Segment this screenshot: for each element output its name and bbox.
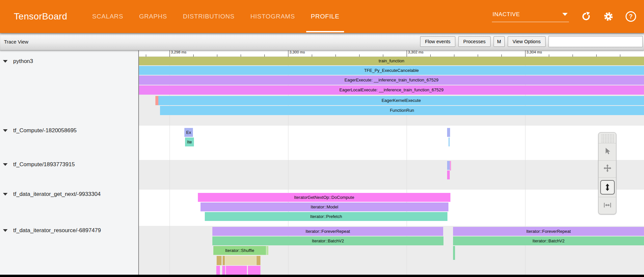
trace-event-bar-small[interactable] [155, 96, 158, 105]
view-options-button[interactable]: View Options [508, 36, 546, 47]
trace-event-bar[interactable]: TFE_Py_ExecuteCancelable [139, 66, 644, 75]
trace-event-bar-small[interactable] [447, 170, 450, 179]
trace-event-bar[interactable]: EagerExecute: __inference_train_function… [139, 76, 644, 85]
ruler-major-tick [525, 50, 525, 57]
trace-event-bar[interactable]: train_function [139, 57, 644, 65]
process-row[interactable]: tf_data_iterator_get_next/-9933304 [0, 190, 138, 198]
tab-histograms[interactable]: HISTOGRAMS [251, 0, 295, 33]
tab-distributions[interactable]: DISTRIBUTIONS [183, 0, 234, 33]
tensorboard-app: TensorBoard SCALARS GRAPHS DISTRIBUTIONS… [0, 0, 644, 277]
trace-event-bar-small[interactable] [448, 138, 450, 146]
timing-tool-button[interactable] [599, 197, 616, 214]
ruler-minor-tick [620, 54, 620, 57]
process-group-background [139, 160, 644, 190]
pan-tool-button[interactable] [599, 160, 616, 177]
trace-event-bar-small[interactable] [447, 128, 450, 137]
ruler-minor-tick [193, 54, 194, 57]
trace-event-bar-small[interactable] [453, 246, 455, 260]
trace-event-bar-small[interactable] [450, 161, 451, 170]
ruler-minor-tick [430, 54, 431, 57]
collapse-triangle-icon[interactable] [3, 163, 8, 166]
trace-event-bar-small[interactable] [266, 246, 268, 255]
ruler-major-tick [288, 50, 288, 57]
run-status-value: INACTIVE [493, 11, 520, 18]
gear-icon[interactable] [603, 11, 614, 22]
collapse-triangle-icon[interactable] [3, 60, 8, 63]
trace-event-bar-small[interactable] [225, 256, 256, 265]
collapse-triangle-icon[interactable] [3, 129, 8, 132]
tab-scalars[interactable]: SCALARS [92, 0, 123, 33]
app-header: TensorBoard SCALARS GRAPHS DISTRIBUTIONS… [0, 0, 644, 33]
metadata-button[interactable]: M [494, 36, 505, 47]
trace-tool-palette [598, 132, 616, 214]
ruler-minor-tick [454, 54, 454, 57]
process-row[interactable]: tf_Compute/1893773915 [0, 161, 138, 169]
trace-event-bar-small[interactable] [447, 161, 450, 170]
timing-range-icon [603, 201, 612, 211]
processes-button[interactable]: Processes [458, 36, 491, 47]
trace-event-bar[interactable]: Iterator::Prefetch [205, 212, 447, 221]
tab-profile[interactable]: PROFILE [311, 0, 339, 33]
trace-event-bar-small[interactable] [222, 266, 225, 275]
process-row[interactable]: tf_data_iterator_resource/-6897479 [0, 227, 138, 234]
zoom-tool-button[interactable] [599, 177, 616, 197]
trace-event-bar[interactable]: Ex [184, 128, 193, 137]
trace-event-bar[interactable]: Iterator::BatchV2 [212, 236, 443, 245]
process-group-background [139, 126, 644, 160]
help-icon[interactable]: ? [626, 11, 636, 22]
trace-event-bar-small[interactable] [223, 256, 225, 265]
process-label: tf_Compute/1893773915 [13, 161, 75, 168]
trace-event-bar[interactable]: FunctionRun [160, 106, 644, 115]
trace-event-bar[interactable]: IteratorGetNextOp::DoCompute [198, 193, 450, 202]
header-actions: INACTIVE ? [492, 0, 636, 33]
select-tool-button[interactable] [599, 143, 616, 160]
ruler-minor-tick [312, 54, 312, 57]
trace-event-bar[interactable]: EagerKernelExecute [158, 96, 644, 105]
trace-event-bar-small[interactable] [248, 266, 260, 275]
ruler-tick-label: 3,302 ms [408, 50, 423, 54]
trace-event-bar-small[interactable] [216, 266, 220, 275]
sidebar-splitter[interactable] [138, 50, 139, 275]
ruler-minor-tick [217, 54, 217, 57]
trace-event-bar[interactable]: Iterator::Model [201, 202, 448, 211]
ruler-minor-tick [359, 54, 360, 57]
trace-event-bar[interactable]: Ite [185, 138, 194, 146]
refresh-icon[interactable] [581, 11, 591, 22]
ruler-tick-label: 3,304 ms [526, 50, 542, 54]
nav-tabs: SCALARS GRAPHS DISTRIBUTIONS HISTOGRAMS … [92, 0, 339, 33]
process-label: tf_Compute/-1820058695 [13, 127, 77, 134]
ruler-minor-tick [478, 54, 478, 57]
trace-event-bar-small[interactable] [217, 256, 222, 265]
ruler-major-tick [407, 50, 407, 57]
page-title: Trace View [4, 39, 28, 45]
process-label: tf_data_iterator_get_next/-9933304 [13, 191, 101, 198]
ruler-tick-label: 3,298 ms [171, 50, 186, 54]
ruler-major-tick [170, 50, 170, 57]
collapse-triangle-icon[interactable] [3, 193, 8, 196]
process-row[interactable]: tf_Compute/-1820058695 [0, 127, 138, 135]
bottom-black-bar [0, 275, 644, 277]
ruler-minor-tick [501, 54, 502, 57]
flow-events-button[interactable]: Flow events [420, 36, 455, 47]
run-status-dropdown[interactable]: INACTIVE [492, 11, 569, 22]
trace-event-bar[interactable]: Iterator::BatchV2 [453, 236, 644, 245]
process-row[interactable]: python3 [0, 57, 138, 65]
collapse-triangle-icon[interactable] [3, 229, 8, 232]
toolbar-actions: Flow events Processes M View Options [420, 36, 643, 47]
trace-event-bar-small[interactable] [226, 266, 247, 275]
palette-drag-handle[interactable] [601, 134, 614, 143]
help-glyph: ? [629, 13, 633, 20]
trace-event-bar[interactable]: Iterator::ForeverRepeat [212, 227, 443, 236]
trace-event-bar[interactable]: Iterator::Shuffle [213, 246, 266, 255]
ruler-minor-tick [335, 54, 336, 57]
search-input[interactable] [549, 36, 643, 47]
ruler-minor-tick [596, 54, 597, 57]
trace-event-bar[interactable]: EagerLocalExecute: __inference_train_fun… [139, 85, 644, 95]
ruler-minor-tick [264, 54, 265, 57]
process-label: python3 [13, 58, 33, 65]
trace-toolbar: Trace View Flow events Processes M View … [0, 33, 644, 50]
tab-graphs[interactable]: GRAPHS [139, 0, 167, 33]
ruler-minor-tick [549, 54, 549, 57]
trace-event-bar[interactable]: Iterator::ForeverRepeat [453, 227, 644, 236]
trace-event-bar-small[interactable] [256, 256, 260, 265]
